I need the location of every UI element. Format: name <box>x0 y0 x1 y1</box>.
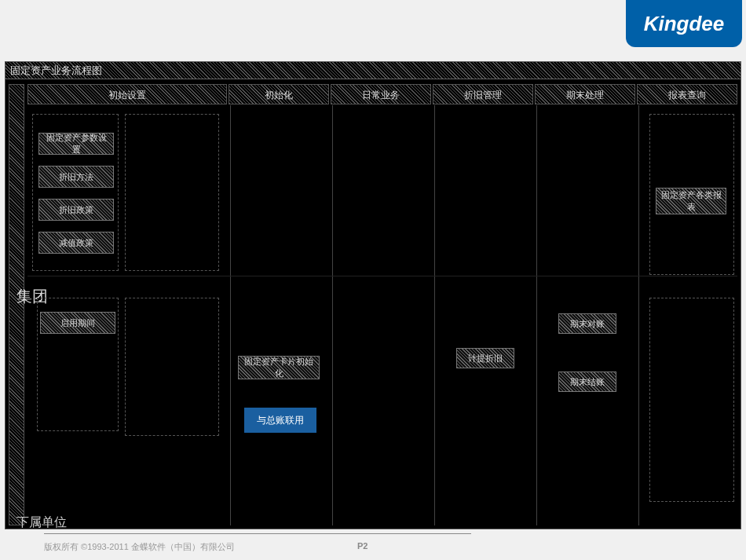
node-impair-policy[interactable]: 减值政策 <box>38 232 114 254</box>
col-initialization: 初始化 <box>229 84 329 104</box>
diagram-title: 固定资产业务流程图 <box>5 62 741 79</box>
node-close[interactable]: 期末结账 <box>558 372 616 392</box>
ghost-box-reports-bottom <box>649 298 734 502</box>
page-number: P2 <box>357 541 368 551</box>
col-initial-setup: 初始设置 <box>27 84 227 104</box>
ghost-box-settings-2 <box>125 114 219 271</box>
lane-unit-label: 下属单位 <box>16 514 67 531</box>
copyright-text: 版权所有 ©1993-2011 金蝶软件（中国）有限公司 <box>44 541 235 553</box>
node-card-init[interactable]: 固定资产卡片初始化 <box>238 356 320 379</box>
kingdee-logo: Kingdee <box>626 0 742 47</box>
node-calc-depr[interactable]: 计提折旧 <box>456 348 514 368</box>
column-headers: 初始设置 初始化 日常业务 折旧管理 期末处理 报表查询 <box>27 84 737 104</box>
node-reconcile[interactable]: 期末对账 <box>558 313 616 334</box>
node-depr-method[interactable]: 折旧方法 <box>38 166 114 188</box>
node-depr-policy[interactable]: 折旧政策 <box>38 199 114 221</box>
col-period-end: 期末处理 <box>535 84 635 104</box>
col-depr-mgmt: 折旧管理 <box>433 84 533 104</box>
col-daily-ops: 日常业务 <box>331 84 431 104</box>
flowchart-canvas: 固定资产业务流程图 初始设置 初始化 日常业务 折旧管理 期末处理 报表查询 集… <box>5 61 741 529</box>
node-enable-period[interactable]: 启用期间 <box>40 312 115 334</box>
col-reports: 报表查询 <box>637 84 737 104</box>
node-gl-link[interactable]: 与总账联用 <box>244 408 316 433</box>
footer: 版权所有 ©1993-2011 金蝶软件（中国）有限公司 P2 <box>0 538 746 557</box>
ghost-box-reports-top <box>649 114 734 275</box>
ghost-box-period-2 <box>125 298 219 436</box>
footer-rule <box>44 533 722 534</box>
node-fa-param[interactable]: 固定资产参数设置 <box>38 133 114 155</box>
